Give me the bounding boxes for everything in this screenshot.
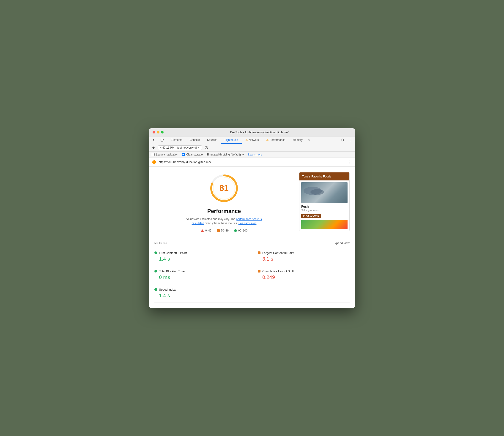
bottom-food-image <box>301 220 348 229</box>
tab-memory[interactable]: Memory <box>289 136 306 144</box>
metric-fcp-name: First Contentful Paint <box>159 251 187 255</box>
title-bar: DevTools - foul-heavenly-direction.glitc… <box>149 128 355 136</box>
main-content: 81 Performance Values are estimated and … <box>149 167 355 308</box>
metric-tbt-name: Total Blocking Time <box>159 270 185 273</box>
metrics-section: METRICS Expand view First Contentful Pai… <box>154 241 350 302</box>
metric-cls: Cumulative Layout Shift 0.249 <box>252 266 350 284</box>
metric-fcp-value: 1.4 s <box>159 256 247 262</box>
circle-icon <box>234 229 237 232</box>
metric-lcp-value: 3.1 s <box>262 256 350 262</box>
tab-lighthouse[interactable]: Lighthouse <box>221 136 242 144</box>
devtools-window: DevTools - foul-heavenly-direction.glitc… <box>149 128 355 308</box>
tab-more-button[interactable]: » <box>306 137 312 144</box>
triangle-icon <box>201 229 204 232</box>
warning-icon-network: ⚠ <box>245 138 248 142</box>
url-bar: 🔶 https://foul-heavenly-direction.glitch… <box>149 158 355 167</box>
session-label[interactable]: 4:57:16 PM – foul-heavenly-di ▼ <box>158 145 202 150</box>
traffic-lights <box>153 131 164 134</box>
metric-cls-name: Cumulative Layout Shift <box>262 270 294 273</box>
cursor-icon[interactable] <box>151 137 157 143</box>
expand-view-button[interactable]: Expand view <box>333 241 350 245</box>
metric-lcp-name: Largest Contentful Paint <box>262 251 294 255</box>
metric-dot-orange-lcp <box>258 251 260 254</box>
metric-dot-green-si <box>154 288 157 291</box>
metrics-grid: First Contentful Paint 1.4 s Largest Con… <box>154 247 350 284</box>
performance-description: Values are estimated and may vary. The p… <box>181 217 268 225</box>
toolbar-row: 4:57:16 PM – foul-heavenly-di ▼ <box>149 144 355 152</box>
food-desc: Salty goodness <box>301 209 348 212</box>
calculator-link[interactable]: See calculator. <box>238 222 257 225</box>
clear-storage-input[interactable] <box>182 153 185 156</box>
metric-dot-green-fcp <box>154 251 157 254</box>
url-more-button[interactable]: ⋮ <box>348 160 352 165</box>
learn-more-link[interactable]: Learn more <box>248 153 262 156</box>
tab-console[interactable]: Console <box>186 136 203 144</box>
legacy-nav-input[interactable] <box>152 153 155 156</box>
score-legend: 0–49 50–89 90–100 <box>201 229 247 232</box>
metric-dot-green-tbt <box>154 270 157 272</box>
top-section: 81 Performance Values are estimated and … <box>154 172 350 232</box>
throttle-arrow: ▼ <box>242 153 244 156</box>
svg-rect-1 <box>163 139 164 141</box>
food-name: Fesh <box>301 205 348 208</box>
delete-session-button[interactable] <box>204 145 209 150</box>
tab-elements[interactable]: Elements <box>167 136 186 144</box>
url-text: https://foul-heavenly-direction.glitch.m… <box>158 160 346 164</box>
metrics-label: METRICS <box>154 242 167 244</box>
metric-cls-label-row: Cumulative Layout Shift <box>258 270 350 273</box>
metric-lcp: Largest Contentful Paint 3.1 s <box>252 247 350 266</box>
tab-bar: Elements Console Sources Lighthouse ⚠ Ne… <box>149 136 355 144</box>
score-number: 81 <box>220 183 229 193</box>
square-icon <box>217 229 220 232</box>
more-options-icon[interactable]: ⋮ <box>347 137 353 143</box>
window-title: DevTools - foul-heavenly-direction.glitc… <box>167 130 351 134</box>
performance-title: Performance <box>207 208 241 214</box>
toolbar-right: ⚙ ⋮ <box>339 137 353 143</box>
close-button[interactable] <box>153 131 155 134</box>
metric-tbt-label-row: Total Blocking Time <box>154 270 247 273</box>
score-circle: 81 <box>208 172 240 204</box>
legend-good: 90–100 <box>234 229 247 232</box>
svg-rect-0 <box>161 139 163 141</box>
preview-card: Tony's Favorite Foods Fesh Salty goodnes… <box>299 172 350 231</box>
tab-sources[interactable]: Sources <box>203 136 221 144</box>
metric-si: Speed Index 1.4 s <box>154 284 350 302</box>
metric-fcp: First Contentful Paint 1.4 s <box>154 247 252 266</box>
metric-si-value: 1.4 s <box>159 293 344 299</box>
metric-dot-orange-cls <box>258 270 260 272</box>
site-icon: 🔶 <box>152 160 157 165</box>
legacy-nav-checkbox[interactable]: Legacy navigation <box>152 153 178 156</box>
metric-fcp-label-row: First Contentful Paint <box>154 251 247 255</box>
throttle-select[interactable]: Simulated throttling (default) ▼ <box>206 153 244 156</box>
score-section: 81 Performance Values are estimated and … <box>154 172 294 232</box>
toolbar-icons <box>151 137 165 143</box>
clear-storage-checkbox[interactable]: Clear storage <box>182 153 203 156</box>
minimize-button[interactable] <box>157 131 159 134</box>
metric-cls-value: 0.249 <box>262 274 350 280</box>
metric-lcp-label-row: Largest Contentful Paint <box>258 251 350 255</box>
fish-image <box>301 182 348 203</box>
metric-si-label-row: Speed Index <box>154 288 344 291</box>
metric-tbt-value: 0 ms <box>159 274 247 280</box>
add-session-button[interactable] <box>151 145 156 150</box>
settings-icon[interactable]: ⚙ <box>339 137 346 143</box>
session-dropdown-arrow: ▼ <box>197 146 200 149</box>
preview-header: Tony's Favorite Foods <box>299 173 349 181</box>
device-icon[interactable] <box>159 137 165 143</box>
preview-body: Fesh Salty goodness PROS & CONS <box>299 181 349 231</box>
options-row: Legacy navigation Clear storage Simulate… <box>149 152 355 158</box>
pros-cons-button[interactable]: PROS & CONS <box>301 214 321 218</box>
legend-poor: 0–49 <box>201 229 211 232</box>
metrics-header: METRICS Expand view <box>154 241 350 245</box>
legend-needs-improvement: 50–89 <box>217 229 229 232</box>
metric-si-name: Speed Index <box>159 288 176 291</box>
warning-icon-perf: ⚠ <box>266 138 269 142</box>
tab-performance[interactable]: ⚠ Performance <box>263 136 289 144</box>
metric-tbt: Total Blocking Time 0 ms <box>154 266 252 284</box>
tab-network[interactable]: ⚠ Network <box>242 136 263 144</box>
maximize-button[interactable] <box>161 131 164 134</box>
